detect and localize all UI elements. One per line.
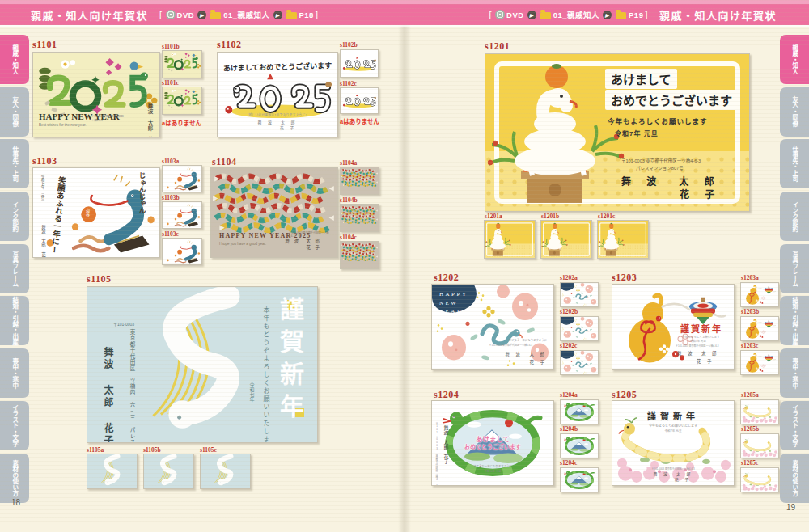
page-ref-label: P19: [629, 11, 643, 19]
s1204-message: すてきな一年になりますように: [432, 464, 553, 468]
s1201-message: 今年もよろしくお願いします: [608, 116, 708, 125]
left-page-header: 親戚・知人向け年賀状 [ DVD ▶ 01_親戚知人 ▶ P18 ]: [31, 4, 320, 25]
variant-id-s1103a: s1103a: [162, 158, 179, 165]
s1202-hny-1: HAPPY: [439, 290, 468, 299]
page-number-right: 19: [786, 503, 795, 512]
tab-illust-moji: イラスト・文字: [780, 401, 809, 450]
s1201-address-1: 〒101-0003 東京都千代田区一ツ橋4-6-3: [621, 158, 701, 164]
thumb-s1202b: [560, 316, 599, 341]
variant-id-s1203a: s1203a: [741, 274, 759, 281]
thumb-s1105c: [200, 454, 251, 489]
card-s1105: 謹賀新年 本年もどうぞよろしくお願いいたします 令和七年 〒101-0003 東…: [87, 286, 318, 443]
variant-id-s1201b: s1201b: [541, 213, 559, 220]
thumb-s1103a: [162, 165, 202, 192]
left-tab-column: 親戚・知人 友人・同僚 仕事先・上司 インク節約 写真フレーム 結婚・引越・出産…: [0, 35, 29, 503]
variant-id-s1204c: s1204c: [560, 459, 577, 467]
s1203-names-2: 花 子: [697, 358, 714, 365]
left-dvd-path: [ DVD ▶ 01_親戚知人 ▶ P18 ]: [158, 9, 320, 20]
variant-id-s1205b: s1205b: [741, 425, 759, 433]
s1102b-artwork: [341, 50, 378, 77]
card-s1204: あけまして おめでとうございます すてきな一年になりますように 令和七年 元旦 …: [431, 400, 554, 486]
s1204-address: 〒101-0003 東京都千代田区一ツ橋4-6-3: [435, 422, 438, 462]
thumb-s1104a: [340, 167, 379, 195]
s1201-greeting-2: おめでとうございます: [605, 90, 738, 110]
s1101-no-a-note: aはありません: [162, 118, 201, 127]
thumb-s1103c: [162, 238, 202, 265]
s1105-greeting: 謹賀新年: [272, 297, 307, 436]
bracket-close: ]: [645, 10, 648, 19]
s1103c-artwork: [163, 239, 201, 264]
thumb-s1204a: [560, 399, 599, 424]
s1104b-artwork: [341, 205, 379, 231]
tab-shigotosaki-joshi: 仕事先・上司: [780, 139, 809, 188]
s1103-stamp: 迎春: [85, 209, 91, 222]
right-dvd-path: [ DVD ▶ 01_親戚知人 ▶ P19 ]: [488, 9, 650, 20]
s1202-names-2: 花 子: [529, 359, 547, 365]
s1201-address-2: パレスマンション807号: [636, 165, 684, 171]
tab-shashin-frame: 写真フレーム: [780, 244, 809, 293]
tab-mochu-kanchu: 喪中・寒中: [0, 348, 29, 398]
right-tab-column: 親戚・知人 友人・同僚 仕事先・上司 インク節約 写真フレーム 結婚・引越・出産…: [780, 35, 809, 503]
card-id-s1103: s1103: [32, 155, 57, 167]
variant-id-s1201a: s1201a: [485, 213, 502, 220]
s1203-names-1: 舞 波 太 郎: [677, 350, 719, 357]
tab-shinseki-chijin: 親戚・知人: [780, 35, 809, 84]
card-id-s1203: s1203: [612, 272, 637, 284]
variant-id-s1204a: s1204a: [560, 391, 578, 399]
s1104-subtext: I hope you have a good year.: [219, 242, 266, 246]
s1102-names-1: 舞 波 太 郎: [218, 119, 337, 125]
folder-label: 01_親戚知人: [223, 9, 269, 20]
variant-id-s1105b: s1105b: [143, 446, 161, 454]
s1202-address: 〒101-0003 東京都千代田区一ツ橋4-6-3: [489, 344, 532, 347]
right-page-header: [ DVD ▶ 01_親戚知人 ▶ P19 ] 親戚・知人向け年賀状: [488, 4, 777, 25]
card-id-s1204: s1204: [434, 389, 459, 401]
s1204-names: 舞波 太郎 花子: [442, 425, 450, 456]
thumb-s1204b: [560, 433, 599, 458]
folder-icon: [616, 12, 626, 19]
thumb-s1104b: [340, 204, 379, 232]
dvd-label: DVD: [506, 11, 524, 19]
s1103a-artwork: [163, 166, 201, 192]
arrow-icon: ▶: [197, 11, 206, 19]
thumb-s1101c: [162, 87, 202, 115]
thumb-s1202a: [560, 282, 599, 307]
variant-id-s1205c: s1205c: [741, 459, 758, 467]
thumb-s1205a: [740, 399, 779, 424]
card-s1101: HAPPY NEW YEAR Best wishes for the new y…: [32, 52, 160, 137]
folder-icon: [540, 12, 551, 19]
variant-id-s1105c: s1105c: [200, 446, 217, 454]
s1202a-artwork: [561, 283, 598, 306]
s1201-names-2: 花 子: [680, 187, 721, 201]
variant-id-s1104b: s1104b: [340, 196, 358, 204]
s1105b-artwork: [144, 454, 193, 488]
card-id-s1202: s1202: [434, 272, 459, 284]
s1103-catch-2: じゃんじゃん: [137, 172, 146, 200]
card-id-s1205: s1205: [612, 389, 637, 401]
card-s1205: 謹賀新年 今年もよろしくお願いいたします 令和7年 元旦 〒101-0003 東…: [612, 400, 735, 486]
variant-id-s1102c: s1102c: [340, 80, 357, 87]
folder-icon: [210, 12, 221, 19]
card-id-s1101: s1101: [32, 39, 57, 51]
variant-id-s1103c: s1103c: [162, 230, 179, 238]
right-page-title: 親戚・知人向け年賀状: [659, 7, 777, 23]
s1205b-artwork: [741, 434, 778, 458]
tab-sozai-tsukaikata: 素材の使い方: [780, 454, 809, 503]
book-spine: [398, 25, 411, 532]
s1201-greeting-1: あけまして: [605, 69, 677, 89]
tab-ink-setsuyaku: インク節約: [780, 192, 809, 241]
s1202-hny-2: NEW: [439, 299, 468, 308]
s1202-hny-3: YEAR: [439, 307, 468, 316]
s1105-names: 舞波 太郎 花子: [100, 347, 115, 410]
dvd-label: DVD: [177, 11, 195, 19]
s1201-names-1: 舞 波 太 郎: [621, 174, 721, 188]
tab-mochu-kanchu: 喪中・寒中: [780, 348, 809, 398]
variant-id-s1204b: s1204b: [560, 425, 578, 433]
s1203c-artwork: [741, 351, 778, 374]
variant-id-s1104a: s1104a: [340, 159, 357, 167]
thumb-s1203b: [740, 316, 779, 341]
left-page-title: 親戚・知人向け年賀状: [31, 7, 148, 23]
s1205-names-1: 舞 波 太 郎: [612, 471, 734, 476]
thumb-s1201b: [540, 220, 592, 259]
s1202-names-1: 舞 波 太 郎: [505, 351, 547, 357]
variant-id-s1103b: s1103b: [162, 194, 180, 201]
